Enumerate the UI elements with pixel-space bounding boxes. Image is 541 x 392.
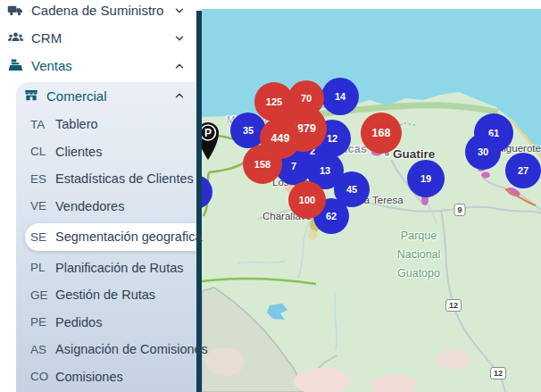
item-code: ES xyxy=(30,172,49,186)
item-label: Pedidos xyxy=(55,315,102,329)
cluster-marker-red[interactable]: 100 xyxy=(288,181,326,219)
item-code: CL xyxy=(30,145,49,158)
sidebar: Cadena de Suministro CRM xyxy=(0,0,196,392)
sidebar-item-asignaci-n-de-comisiones[interactable]: ASAsignación de Comisiones xyxy=(25,336,196,363)
chevron-down-icon xyxy=(173,4,186,17)
item-label: Asignación de Comisiones xyxy=(55,342,208,356)
sidebar-item-label: Cadena de Suministro xyxy=(31,3,166,18)
cluster-marker-red[interactable]: 158 xyxy=(243,145,282,184)
cash-register-icon xyxy=(7,57,24,74)
map-canvas[interactable]: MaiquetíaCaracasLos TequesGuatireHiguero… xyxy=(202,0,541,392)
cluster-marker-blue[interactable] xyxy=(202,175,212,209)
sidebar-item-vendedores[interactable]: VEVendedores xyxy=(25,193,196,221)
chevron-down-icon xyxy=(173,32,186,45)
sidebar-item-ventas[interactable]: Ventas xyxy=(0,52,196,79)
item-label: Vendedores xyxy=(55,199,124,213)
submenu-list: TATableroCLClientesESEstadísticas de Cli… xyxy=(16,109,196,390)
item-code: AS xyxy=(30,343,49,356)
sidebar-item-cadena-de-suministro[interactable]: Cadena de Suministro xyxy=(0,0,196,24)
item-label: Comisiones xyxy=(55,370,123,384)
submenu-comercial-group: Comercial TATableroCLClientesESEstadísti… xyxy=(16,82,196,392)
people-icon xyxy=(7,29,24,46)
item-code: CO xyxy=(30,370,49,383)
cluster-marker-red[interactable]: 168 xyxy=(361,113,402,154)
item-code: GE xyxy=(30,288,49,302)
parking-pin[interactable]: P xyxy=(202,120,221,161)
item-code: PL xyxy=(30,261,49,274)
cluster-layer: 3514125701213721879449158168613027194562… xyxy=(202,0,541,392)
sidebar-item-label: CRM xyxy=(31,30,166,46)
cluster-marker-blue[interactable]: 30 xyxy=(465,134,501,170)
item-code: VE xyxy=(30,199,49,213)
item-label: Planificación de Rutas xyxy=(55,261,183,275)
chevron-up-icon xyxy=(173,60,186,72)
sidebar-item-comercial[interactable]: Comercial xyxy=(16,82,196,109)
item-label: Tablero xyxy=(55,117,98,131)
app-window: Cadena de Suministro CRM xyxy=(0,0,541,392)
sidebar-item-planificaci-n-de-rutas[interactable]: PLPlanificación de Rutas xyxy=(25,254,196,282)
item-code: PE xyxy=(30,315,49,329)
item-label: Gestión de Rutas xyxy=(55,288,155,302)
item-label: Estadísticas de Clientes xyxy=(55,171,194,186)
content-edge-strip xyxy=(196,11,202,392)
item-label: Clientes xyxy=(55,145,102,159)
storefront-icon xyxy=(22,88,39,104)
truck-icon xyxy=(7,2,24,19)
item-label: Segmentación geografica xyxy=(55,229,202,244)
sidebar-item-tablero[interactable]: TATablero xyxy=(25,111,196,138)
sidebar-item-pedidos[interactable]: PEPedidos xyxy=(25,309,196,337)
item-code: SE xyxy=(30,230,49,244)
sidebar-item-label: Ventas xyxy=(31,58,166,73)
map-top-strip xyxy=(202,0,541,9)
chevron-up-icon xyxy=(173,89,186,102)
cluster-marker-blue[interactable]: 14 xyxy=(321,78,359,115)
sidebar-item-segmentaci-n-geografica[interactable]: SESegmentación geografica xyxy=(25,223,196,251)
sidebar-item-estad-sticas-de-clientes[interactable]: ESEstadísticas de Clientes xyxy=(25,165,196,193)
sidebar-item-crm[interactable]: CRM xyxy=(0,24,196,52)
sidebar-item-label: Comercial xyxy=(46,88,166,104)
cluster-marker-blue[interactable]: 19 xyxy=(407,160,445,197)
item-code: TA xyxy=(30,118,49,131)
pin-letter: P xyxy=(204,127,212,139)
sidebar-item-gesti-n-de-rutas[interactable]: GEGestión de Rutas xyxy=(25,281,196,309)
cluster-marker-blue[interactable]: 27 xyxy=(505,153,541,188)
sidebar-item-clientes[interactable]: CLClientes xyxy=(25,138,196,166)
sidebar-item-comisiones[interactable]: COComisiones xyxy=(25,363,196,391)
